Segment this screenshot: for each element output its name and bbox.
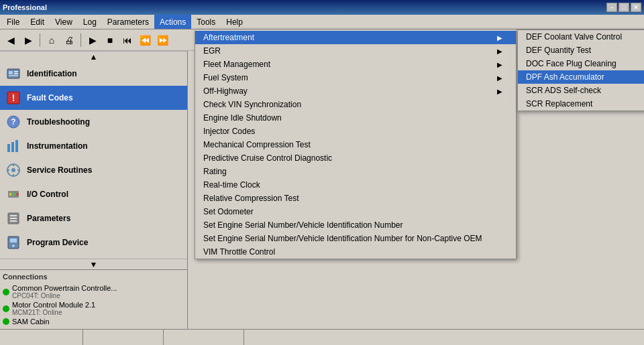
close-button[interactable]: ✕ <box>631 3 641 12</box>
stop-button[interactable]: ■ <box>102 32 118 48</box>
fleet-arrow: ▶ <box>497 61 502 68</box>
action-aftertreatment[interactable]: Aftertreatment ▶ <box>195 31 516 44</box>
svg-rect-11 <box>15 140 18 152</box>
action-set-odometer-label: Set Odometer <box>203 207 254 216</box>
sidebar-scroll-up[interactable]: ▲ <box>0 51 187 62</box>
forward-button[interactable]: ▶ <box>20 32 36 48</box>
sidebar-scroll-down[interactable]: ▼ <box>0 259 187 269</box>
action-rating[interactable]: Rating <box>195 165 516 178</box>
play-button[interactable]: ▶ <box>85 32 101 48</box>
aftertreatment-arrow: ▶ <box>497 34 502 42</box>
sidebar-item-program-device[interactable]: Program Device <box>0 230 187 255</box>
connection-status-dot-mcm <box>3 305 9 312</box>
submenu-scr-ads-label: SCR ADS Self-check <box>526 86 601 95</box>
sidebar-item-service-routines-label: Service Routines <box>27 165 92 175</box>
sidebar-item-parameters-label: Parameters <box>27 214 70 223</box>
parameters-icon <box>5 210 21 226</box>
action-set-serial-number[interactable]: Set Engine Serial Number/Vehicle Identif… <box>195 218 516 232</box>
action-check-vin[interactable]: Check VIN Synchronization <box>195 98 516 111</box>
svg-text:?: ? <box>11 117 15 127</box>
action-fuel-system-label: Fuel System <box>203 73 248 82</box>
submenu-def-coolant-valve-label: DEF Coolant Valve Control <box>526 32 622 42</box>
action-realtime-clock[interactable]: Real-time Clock <box>195 178 516 192</box>
action-relative-compression-label: Relative Compression Test <box>203 194 299 203</box>
minimize-button[interactable]: – <box>606 3 617 12</box>
connection-item-sam: SAM Cabin <box>3 317 184 326</box>
service-routines-icon <box>5 162 21 178</box>
sidebar-item-fault-codes-label: Fault Codes <box>27 93 73 102</box>
action-aftertreatment-label: Aftertreatment <box>203 33 254 42</box>
action-egr[interactable]: EGR ▶ <box>195 44 516 58</box>
sidebar-item-io-control[interactable]: I/O Control <box>0 182 187 206</box>
svg-rect-10 <box>11 142 14 152</box>
menu-help[interactable]: Help <box>221 15 248 29</box>
troubleshooting-icon: ? <box>5 114 21 130</box>
svg-rect-19 <box>9 193 11 196</box>
action-relative-compression[interactable]: Relative Compression Test <box>195 192 516 205</box>
actions-dropdown: Aftertreatment ▶ EGR ▶ Fleet Management … <box>195 29 517 259</box>
action-vim-throttle[interactable]: VIM Throttle Control <box>195 245 516 259</box>
offhighway-arrow: ▶ <box>497 88 502 95</box>
toolbar-separator-2 <box>80 33 81 47</box>
sidebar-item-program-device-label: Program Device <box>27 238 88 247</box>
action-injector-codes-label: Injector Codes <box>203 127 255 136</box>
action-engine-idle[interactable]: Engine Idle Shutdown <box>195 111 516 125</box>
action-check-vin-label: Check VIN Synchronization <box>203 100 301 109</box>
connection-status-dot-sam <box>3 318 9 325</box>
aftertreatment-submenu: DEF Coolant Valve Control DEF Quantity T… <box>517 29 644 111</box>
sidebar-item-service-routines[interactable]: Service Routines <box>0 158 187 182</box>
action-set-serial-number-noncaptive-label: Set Engine Serial Number/Vehicle Identif… <box>203 234 482 243</box>
menu-file[interactable]: File <box>1 15 25 29</box>
sidebar-item-parameters[interactable]: Parameters <box>0 206 187 230</box>
action-set-serial-number-noncaptive[interactable]: Set Engine Serial Number/Vehicle Identif… <box>195 232 516 245</box>
fast-forward-button[interactable]: ⏩ <box>154 32 170 48</box>
menu-actions[interactable]: Actions <box>154 15 191 29</box>
submenu-def-coolant-valve[interactable]: DEF Coolant Valve Control <box>518 30 644 44</box>
print-button[interactable]: 🖨 <box>61 32 77 48</box>
identification-icon <box>5 66 21 82</box>
action-set-serial-number-label: Set Engine Serial Number/Vehicle Identif… <box>203 220 403 230</box>
action-predictive-cruise[interactable]: Predictive Cruise Control Diagnostic <box>195 151 516 165</box>
sidebar-item-instrumentation[interactable]: Instrumentation <box>0 134 187 158</box>
home-button[interactable]: ⌂ <box>44 32 60 48</box>
connection-label-sam: SAM Cabin <box>12 318 50 326</box>
sidebar-item-io-control-label: I/O Control <box>27 190 68 199</box>
action-vim-throttle-label: VIM Throttle Control <box>203 247 275 257</box>
submenu-def-quantity[interactable]: DEF Quantity Test <box>518 44 644 57</box>
action-fleet-management[interactable]: Fleet Management ▶ <box>195 58 516 71</box>
submenu-dpf-ash[interactable]: DPF Ash Accumulator <box>518 70 644 84</box>
submenu-scr-replacement[interactable]: SCR Replacement <box>518 97 644 111</box>
sidebar-item-troubleshooting[interactable]: ? Troubleshooting <box>0 110 187 134</box>
submenu-doc-face-plug-label: DOC Face Plug Cleaning <box>526 59 616 68</box>
menu-tools[interactable]: Tools <box>191 15 221 29</box>
submenu-doc-face-plug[interactable]: DOC Face Plug Cleaning <box>518 57 644 70</box>
maximize-button[interactable]: □ <box>619 3 629 12</box>
fault-codes-icon: ! <box>5 90 21 106</box>
sidebar-item-identification[interactable]: Identification <box>0 62 187 86</box>
back-button[interactable]: ◀ <box>3 32 19 48</box>
connection-item-mcm: Motor Control Module 2.1 MCM21T: Online <box>3 300 184 317</box>
title-bar-text: Professional <box>3 3 606 11</box>
program-device-icon <box>5 234 21 251</box>
sidebar-item-identification-label: Identification <box>27 69 77 78</box>
action-set-odometer[interactable]: Set Odometer <box>195 205 516 218</box>
svg-point-21 <box>16 193 19 196</box>
submenu-def-quantity-label: DEF Quantity Test <box>526 46 591 55</box>
connections-panel: Connections Common Powertrain Controlle.… <box>0 269 187 329</box>
rewind-button[interactable]: ⏪ <box>137 32 153 48</box>
menu-view[interactable]: View <box>50 15 78 29</box>
submenu-scr-replacement-label: SCR Replacement <box>526 99 592 109</box>
menu-parameters[interactable]: Parameters <box>102 15 154 29</box>
action-injector-codes[interactable]: Injector Codes <box>195 125 516 138</box>
action-off-highway[interactable]: Off-Highway ▶ <box>195 84 516 98</box>
submenu-scr-ads[interactable]: SCR ADS Self-check <box>518 84 644 97</box>
action-mechanical-compression[interactable]: Mechanical Compression Test <box>195 138 516 151</box>
sidebar-item-fault-codes[interactable]: ! Fault Codes <box>0 86 187 110</box>
action-fuel-system[interactable]: Fuel System ▶ <box>195 71 516 84</box>
status-panel-1 <box>3 330 83 345</box>
skip-start-button[interactable]: ⏮ <box>119 32 136 48</box>
menu-log[interactable]: Log <box>78 15 102 29</box>
svg-rect-9 <box>7 144 10 152</box>
svg-text:!: ! <box>12 92 15 103</box>
menu-edit[interactable]: Edit <box>25 15 50 29</box>
